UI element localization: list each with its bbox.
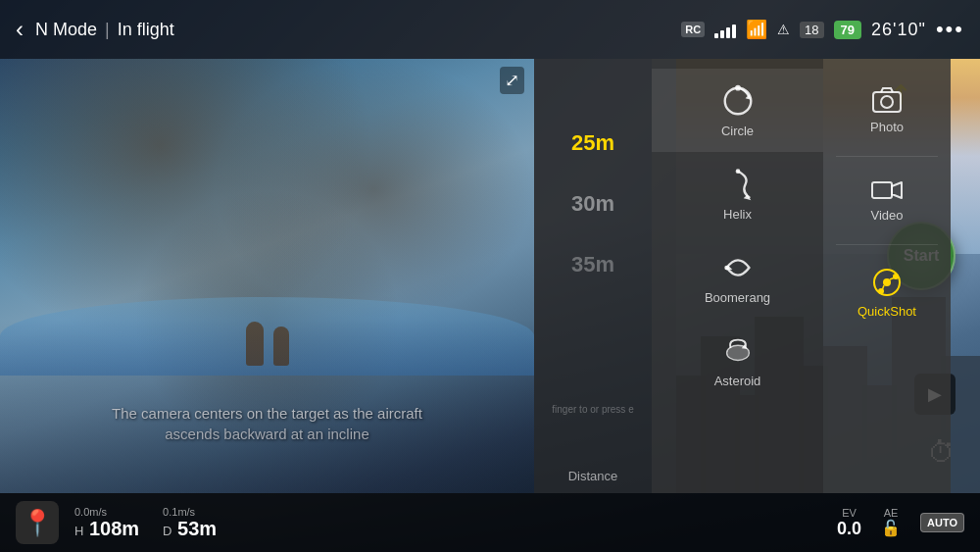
distance-label: Distance xyxy=(568,469,618,483)
ae-label: AE xyxy=(884,507,899,519)
boomerang-icon xyxy=(719,249,757,286)
quickshot-label: QuickShot xyxy=(858,304,916,319)
number-badge: 18 xyxy=(800,22,823,38)
flight-time: 26'10" xyxy=(871,20,926,40)
map-icon: 📍 xyxy=(22,508,53,538)
separator: | xyxy=(105,20,110,40)
auto-badge: AUTO xyxy=(920,513,964,532)
helix-icon xyxy=(719,166,757,203)
video-panel: ⤢ The camera centers on the target as th… xyxy=(0,59,534,493)
svg-rect-11 xyxy=(872,182,892,198)
photo-label: Photo xyxy=(870,120,904,134)
svg-point-0 xyxy=(724,88,751,115)
people-silhouette xyxy=(246,322,289,366)
ae-item: AE 🔓 xyxy=(881,507,901,539)
camera-panel: Photo Video QuickShot xyxy=(823,59,951,493)
d-letter: D xyxy=(163,524,172,538)
svg-line-18 xyxy=(883,285,885,289)
obstacle-icon: ⚠ xyxy=(777,22,790,37)
distance-panel: 25m 30m 35m finger to or press e Distanc… xyxy=(534,59,652,493)
boomerang-label: Boomerang xyxy=(705,290,770,305)
signal-bars xyxy=(714,21,736,38)
signal-bar-2 xyxy=(720,30,724,38)
telemetry: 0.0m/s H 108m 0.1m/s D 53m xyxy=(74,506,217,539)
caption-line-2: ascends backward at an incline xyxy=(165,426,368,442)
video-background: ⤢ The camera centers on the target as th… xyxy=(0,59,534,493)
signal-bar-1 xyxy=(714,33,718,38)
flight-status: In flight xyxy=(118,20,174,40)
wifi-icon: 📶 xyxy=(746,19,767,40)
photo-icon xyxy=(871,86,903,114)
expand-button[interactable]: ⤢ xyxy=(500,67,524,94)
video-icon xyxy=(870,178,904,202)
wave-area xyxy=(0,297,534,376)
header-left: ‹ N Mode | In flight xyxy=(16,16,174,43)
h-value: 108m xyxy=(89,518,139,539)
circle-icon xyxy=(719,82,757,120)
ev-ae-group: EV 0.0 AE 🔓 xyxy=(837,507,901,539)
d-speed-group: 0.1m/s D 53m xyxy=(163,506,217,539)
h-speed-group: 0.0m/s H 108m xyxy=(74,506,139,539)
video-label: Video xyxy=(870,208,903,223)
lock-icon: 🔓 xyxy=(881,519,901,537)
qs-asteroid[interactable]: Asteroid xyxy=(652,319,823,402)
signal-bar-3 xyxy=(726,27,730,38)
helix-label: Helix xyxy=(723,207,752,222)
ev-label: EV xyxy=(842,507,857,519)
bottom-bar: 📍 0.0m/s H 108m 0.1m/s D 53m EV 0.0 AE xyxy=(0,493,980,552)
svg-line-17 xyxy=(890,278,894,280)
cam-photo[interactable]: Photo xyxy=(823,69,951,152)
map-button[interactable]: 📍 xyxy=(16,501,59,544)
asteroid-icon xyxy=(719,332,757,370)
distance-35m[interactable]: 35m xyxy=(534,234,652,295)
asteroid-label: Asteroid xyxy=(714,374,761,388)
main-content: ⤢ The camera centers on the target as th… xyxy=(0,59,980,493)
h-speed-label: 0.0m/s xyxy=(74,506,107,518)
cam-divider-1 xyxy=(836,156,938,157)
back-button[interactable]: ‹ xyxy=(16,16,24,43)
distance-scroll: 25m 30m 35m finger to or press e xyxy=(534,88,652,493)
h-letter: H xyxy=(74,524,83,538)
finger-hint: finger to or press e xyxy=(552,404,633,415)
svg-point-3 xyxy=(735,169,740,174)
svg-marker-12 xyxy=(892,182,902,198)
more-button[interactable]: ••• xyxy=(936,17,964,42)
ev-item: EV 0.0 xyxy=(837,507,861,539)
d-value: 53m xyxy=(177,518,217,539)
cam-divider-2 xyxy=(836,244,938,245)
quickshot-icon xyxy=(871,267,903,298)
quickshot-panel: Circle Helix Boomerang xyxy=(652,59,823,493)
signal-bar-4 xyxy=(732,25,736,38)
mode-label: N Mode xyxy=(35,20,97,40)
cam-video[interactable]: Video xyxy=(823,161,951,240)
person-2 xyxy=(273,326,289,366)
qs-helix[interactable]: Helix xyxy=(652,152,823,235)
rc-label: RC xyxy=(681,22,705,37)
header: ‹ N Mode | In flight RC 📶 ⚠ 18 79 26'10"… xyxy=(0,0,980,59)
caption-line-1: The camera centers on the target as the … xyxy=(112,405,422,422)
battery-level: 79 xyxy=(834,21,861,39)
d-speed-label: 0.1m/s xyxy=(163,506,195,518)
header-title: N Mode | In flight xyxy=(35,20,174,40)
header-right: RC 📶 ⚠ 18 79 26'10" ••• xyxy=(681,17,964,42)
svg-point-14 xyxy=(883,278,891,286)
ev-value: 0.0 xyxy=(837,519,861,539)
qs-circle[interactable]: Circle xyxy=(652,69,823,152)
cam-quickshot[interactable]: QuickShot xyxy=(823,249,951,336)
video-caption: The camera centers on the target as the … xyxy=(0,403,534,444)
distance-25m[interactable]: 25m xyxy=(534,113,652,174)
qs-boomerang[interactable]: Boomerang xyxy=(652,235,823,319)
circle-label: Circle xyxy=(721,124,754,138)
h-altitude: H 108m xyxy=(74,518,139,539)
svg-point-10 xyxy=(881,96,893,108)
d-distance: D 53m xyxy=(163,518,217,539)
distance-30m[interactable]: 30m xyxy=(534,174,652,234)
person-1 xyxy=(246,322,264,366)
bottom-right: EV 0.0 AE 🔓 AUTO xyxy=(837,507,964,539)
